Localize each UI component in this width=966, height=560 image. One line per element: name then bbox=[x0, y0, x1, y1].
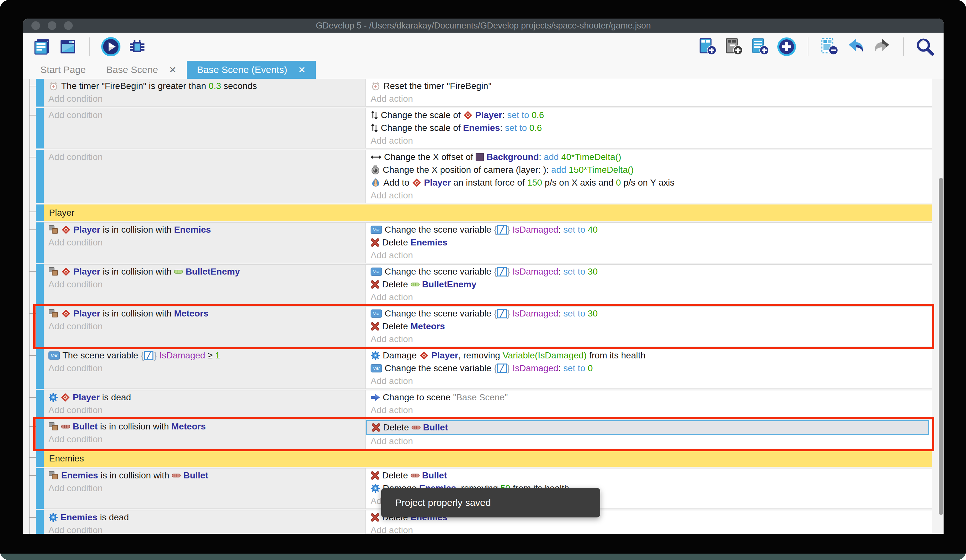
event-action[interactable]: VarChange the scene variable {╱}IsDamage… bbox=[366, 307, 932, 320]
event-action[interactable]: Damage Player, removing Variable(IsDamag… bbox=[366, 349, 932, 362]
add-condition-button[interactable]: Add condition bbox=[44, 320, 365, 333]
event-action[interactable]: Change the scale of Player: set to 0.6 bbox=[366, 109, 932, 121]
remove-event-button[interactable] bbox=[819, 36, 840, 57]
tab-start-page[interactable]: Start Page bbox=[30, 61, 96, 79]
event-drag-handle[interactable] bbox=[29, 86, 36, 87]
group-label: Player bbox=[44, 208, 74, 218]
collision-icon bbox=[48, 309, 59, 318]
event-condition[interactable]: The timer "FireBegin" is greater than 0.… bbox=[44, 80, 365, 92]
event-drag-handle[interactable] bbox=[29, 457, 36, 458]
event-drag-handle[interactable] bbox=[29, 355, 36, 356]
add-action-button[interactable]: Add action bbox=[366, 92, 932, 105]
event-drag-handle[interactable] bbox=[29, 157, 36, 157]
event-condition[interactable]: Player is in collision with BulletEnemy bbox=[44, 265, 365, 278]
event-tree-guide bbox=[30, 79, 30, 534]
add-action-button[interactable]: Add action bbox=[366, 249, 932, 262]
event-action[interactable]: Change the X offset of Background: add 4… bbox=[366, 151, 932, 164]
add-condition-button[interactable]: Add condition bbox=[44, 482, 365, 495]
variable-badge-icon: {╱} bbox=[494, 363, 510, 374]
event-action[interactable]: Add to Player an instant force of 150 p/… bbox=[366, 176, 932, 189]
var-icon: Var bbox=[371, 364, 382, 372]
add-action-button[interactable]: Add action bbox=[366, 435, 932, 448]
text-segment: 0.3 bbox=[209, 81, 221, 91]
camera-icon bbox=[371, 165, 380, 175]
add-other-button[interactable] bbox=[776, 36, 797, 57]
debug-button[interactable] bbox=[127, 36, 147, 57]
event-condition[interactable]: Bullet is in collision with Meteors bbox=[44, 420, 365, 433]
event-drag-handle[interactable] bbox=[29, 271, 36, 272]
add-action-button[interactable]: Add action bbox=[366, 524, 932, 534]
tab-close-icon[interactable]: ✕ bbox=[298, 65, 306, 75]
add-event-button[interactable] bbox=[698, 36, 718, 57]
add-condition-button[interactable]: Add condition bbox=[44, 151, 365, 164]
event-action[interactable]: Change the scale of Enemies: set to 0.6 bbox=[366, 121, 932, 134]
add-subevent-button[interactable] bbox=[750, 36, 770, 57]
search-button[interactable] bbox=[915, 36, 935, 57]
event-drag-handle[interactable] bbox=[29, 313, 36, 314]
event-condition[interactable]: Player is dead bbox=[44, 391, 365, 404]
add-action-button[interactable]: Add action bbox=[366, 404, 932, 417]
text-segment: (layer: ): bbox=[516, 165, 551, 175]
event-drag-handle[interactable] bbox=[29, 517, 36, 518]
event-condition[interactable]: VarThe scene variable {╱}IsDamaged ≥ 1 bbox=[44, 349, 365, 362]
add-action-button[interactable]: Add action bbox=[366, 375, 932, 388]
text-segment: IsDamaged bbox=[513, 363, 558, 373]
add-action-button[interactable]: Add action bbox=[366, 134, 932, 147]
event-condition[interactable]: Enemies is in collision with Bullet bbox=[44, 469, 365, 482]
add-condition-button[interactable]: Add condition bbox=[44, 109, 365, 121]
add-condition-button[interactable]: Add condition bbox=[44, 278, 365, 291]
text-segment: Bullet bbox=[423, 422, 448, 432]
event-drag-handle[interactable] bbox=[29, 115, 36, 116]
add-condition-button[interactable]: Add condition bbox=[44, 92, 365, 105]
text-segment: Variable(IsDamaged) bbox=[503, 350, 587, 361]
group-header[interactable]: Enemies bbox=[44, 450, 932, 467]
undo-button[interactable] bbox=[846, 36, 866, 57]
event-drag-handle[interactable] bbox=[29, 426, 36, 427]
event-action[interactable]: VarChange the scene variable {╱}IsDamage… bbox=[366, 362, 932, 375]
event-action[interactable]: Delete Bullet bbox=[366, 469, 932, 482]
add-condition-button[interactable]: Add condition bbox=[44, 524, 365, 534]
text-segment: Enemies bbox=[463, 123, 500, 133]
event-drag-handle[interactable] bbox=[29, 229, 36, 230]
add-condition-button[interactable]: Add condition bbox=[44, 433, 365, 446]
vertical-scrollbar-thumb[interactable] bbox=[939, 178, 943, 515]
event-action[interactable]: Change to scene "Base Scene" bbox=[366, 391, 932, 404]
event-action[interactable]: Delete Enemies bbox=[366, 236, 932, 249]
add-condition-button[interactable]: Add condition bbox=[44, 404, 365, 417]
play-button[interactable] bbox=[100, 36, 121, 57]
group-header[interactable]: Player bbox=[44, 205, 932, 221]
add-action-button[interactable]: Add action bbox=[366, 189, 932, 202]
tab-base-scene-events-[interactable]: Base Scene (Events)✕ bbox=[187, 61, 316, 79]
minimize-window-button[interactable] bbox=[48, 21, 56, 30]
event-drag-handle[interactable] bbox=[29, 475, 36, 476]
tab-base-scene[interactable]: Base Scene✕ bbox=[96, 61, 187, 79]
add-comment-button[interactable] bbox=[724, 36, 744, 57]
event-condition[interactable]: Enemies is dead bbox=[44, 511, 365, 524]
event-action[interactable]: Delete BulletEnemy bbox=[366, 278, 932, 291]
add-condition-button[interactable]: Add condition bbox=[44, 236, 365, 249]
close-window-button[interactable] bbox=[31, 21, 40, 30]
tab-close-icon[interactable]: ✕ bbox=[169, 65, 176, 75]
group-label: Enemies bbox=[44, 454, 84, 464]
event-condition[interactable]: Player is in collision with Enemies bbox=[44, 223, 365, 236]
event-action[interactable]: Reset the timer "FireBegin" bbox=[366, 80, 932, 92]
add-action-button[interactable]: Add action bbox=[366, 291, 932, 304]
event-action[interactable]: Delete Bullet bbox=[366, 420, 929, 435]
event-action[interactable]: VarChange the scene variable {╱}IsDamage… bbox=[366, 265, 932, 278]
text-segment: is in collision with bbox=[100, 224, 174, 235]
event-drag-handle[interactable] bbox=[29, 397, 36, 398]
event-drag-handle[interactable] bbox=[29, 211, 36, 212]
bullet-red-icon bbox=[411, 473, 420, 478]
redo-button[interactable] bbox=[872, 36, 892, 57]
project-manager-button[interactable] bbox=[31, 36, 52, 57]
event-condition[interactable]: Player is in collision with Meteors bbox=[44, 307, 365, 320]
scene-arrow-icon bbox=[371, 393, 380, 401]
add-condition-button[interactable]: Add condition bbox=[44, 362, 365, 375]
scene-editor-button[interactable] bbox=[58, 36, 78, 57]
event-action[interactable]: Delete Meteors bbox=[366, 320, 932, 333]
add-action-button[interactable]: Add action bbox=[366, 333, 932, 345]
health-icon bbox=[371, 351, 380, 360]
event-action[interactable]: Change the X position of camera (layer: … bbox=[366, 164, 932, 176]
event-action[interactable]: VarChange the scene variable {╱}IsDamage… bbox=[366, 223, 932, 236]
zoom-window-button[interactable] bbox=[64, 21, 73, 30]
